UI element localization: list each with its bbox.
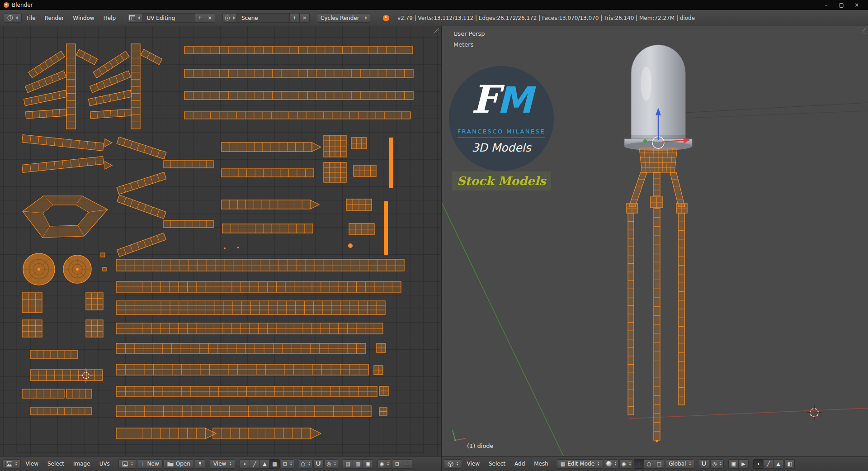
stepper-arrows-icon: ▴▾ xyxy=(615,461,617,466)
object-info-overlay: (1) diode xyxy=(467,442,494,449)
render-anim-icon: ▶ xyxy=(741,461,745,466)
uv-menu-image[interactable]: Image xyxy=(69,459,94,469)
add-scene-button[interactable]: + xyxy=(289,13,300,23)
render-slot-button[interactable]: ⊞ xyxy=(392,459,402,469)
uv-menu-view[interactable]: View xyxy=(22,459,42,469)
viewport-menu-view[interactable]: View xyxy=(463,459,484,469)
delete-screen-layout-button[interactable]: × xyxy=(205,13,215,23)
delete-scene-button[interactable]: × xyxy=(299,13,310,23)
uv-vertex-select-button[interactable]: ∙ xyxy=(240,459,250,469)
translate-icon: + xyxy=(637,461,641,466)
edge-select-mode-button[interactable]: ╱ xyxy=(763,459,774,469)
uv-face-select-button[interactable]: ▲ xyxy=(259,459,270,469)
interaction-mode-dropdown[interactable]: ▦ Edit Mode ▴▾ xyxy=(557,459,603,469)
viewport-3d-header: ▴▾ View Select Add Mesh ▦ Edit Mode ▴▾ ▴… xyxy=(442,456,868,471)
uv-image-editor: ▴▾ View Select Image UVs ▴▾ + New Open xyxy=(0,26,441,471)
edge-icon: ╱ xyxy=(767,461,770,466)
occlude-geometry-toggle[interactable]: ◧ xyxy=(784,459,795,469)
plus-icon: + xyxy=(141,461,145,466)
image-datablock-browse[interactable]: ▴▾ xyxy=(118,459,137,469)
vertex-select-mode-button[interactable]: ∙ xyxy=(753,459,764,469)
uv-stretch-display-button[interactable]: ▣ xyxy=(363,459,373,469)
menu-help[interactable]: Help xyxy=(99,13,120,23)
uv-editor-type-dropdown[interactable]: ▴▾ xyxy=(2,459,21,469)
sticky-selection-icon: ⊞ xyxy=(283,461,287,466)
snap-target-dropdown[interactable]: ◎▴▾ xyxy=(325,459,338,469)
image-open-button[interactable]: Open xyxy=(164,459,194,469)
face-select-mode-button[interactable]: ▲ xyxy=(773,459,783,469)
image-new-button[interactable]: + New xyxy=(137,459,162,469)
tile-grid-icon: ▥ xyxy=(355,461,360,466)
render-engine-dropdown[interactable]: Cycles Render ▴▾ xyxy=(317,13,370,23)
uv-draw-type-button[interactable]: ▤ xyxy=(343,459,353,469)
viewport-3d-canvas[interactable]: User Persp Meters (1) diode FM FRANCESCO… xyxy=(442,26,868,457)
uv-display-group: ▤ ▥ ▣ xyxy=(343,459,373,469)
stepper-arrows-icon: ▴▾ xyxy=(457,461,458,466)
scene-icon xyxy=(225,15,230,21)
uv-select-mode-group: ∙ ╱ ▲ ▦ xyxy=(240,459,280,469)
pivot-icon: ◉ xyxy=(380,461,384,466)
uv-menu-select[interactable]: Select xyxy=(43,459,68,469)
menu-window[interactable]: Window xyxy=(69,13,98,23)
sticky-selection-dropdown[interactable]: ⊞▴▾ xyxy=(281,459,294,469)
viewport-menu-select[interactable]: Select xyxy=(485,459,509,469)
unit-system-overlay: Meters xyxy=(453,41,473,48)
uv-menu-uvs[interactable]: UVs xyxy=(95,459,114,469)
uv-pivot-dropdown[interactable]: ◉▴▾ xyxy=(377,459,391,469)
screen-layout-browse-button[interactable]: ▴▾ xyxy=(127,13,142,23)
new-button-label: New xyxy=(147,461,159,467)
cube-editor-icon xyxy=(448,461,453,467)
snap-element-dropdown[interactable]: ◎▴▾ xyxy=(710,459,724,469)
viewport-menu-mesh[interactable]: Mesh xyxy=(530,459,552,469)
pin-image-button[interactable] xyxy=(195,459,205,469)
uv-mode-dropdown[interactable]: View ▴▾ xyxy=(210,459,235,469)
blender-logo-icon xyxy=(383,15,389,21)
info-editor-type-dropdown[interactable]: ▴▾ xyxy=(4,13,22,23)
menu-render[interactable]: Render xyxy=(41,13,68,23)
snap-toggle-button[interactable] xyxy=(313,459,324,469)
window-titlebar[interactable]: Blender – ▢ × xyxy=(0,0,868,10)
render-engine-value: Cycles Render xyxy=(321,15,359,21)
translate-manipulator-button[interactable]: + xyxy=(634,459,644,469)
rotate-manipulator-button[interactable]: ○ xyxy=(644,459,654,469)
uv-edge-select-button[interactable]: ╱ xyxy=(250,459,260,469)
viewport-menu-add[interactable]: Add xyxy=(510,459,529,469)
transform-orientation-dropdown[interactable]: Global ▴▾ xyxy=(665,459,694,469)
viewport-editor-type-dropdown[interactable]: ▴▾ xyxy=(444,459,462,469)
vertex-icon: ∙ xyxy=(757,461,760,466)
uv-tile-grid-button[interactable]: ▥ xyxy=(353,459,363,469)
uv-island-select-button[interactable]: ▦ xyxy=(269,459,280,469)
snap-toggle-button-3d[interactable] xyxy=(699,459,709,469)
window-title: Blender xyxy=(12,2,33,8)
uv-canvas[interactable] xyxy=(0,26,441,457)
window-controls: – ▢ × xyxy=(818,2,864,8)
pivot-point-dropdown[interactable]: ◉▴▾ xyxy=(619,459,633,469)
header-collapse-button[interactable]: ≡ xyxy=(402,459,412,469)
pin-icon xyxy=(198,461,203,466)
fm-logo-letter-f: F xyxy=(471,77,497,122)
close-button[interactable]: × xyxy=(849,2,864,8)
opengl-render-anim-button[interactable]: ▶ xyxy=(738,459,749,469)
fm-logo-letter-m: M xyxy=(497,79,532,121)
stepper-arrows-icon: ▴▾ xyxy=(387,461,389,466)
screen-layout-name[interactable]: UV Editing xyxy=(142,13,195,23)
add-screen-layout-button[interactable]: + xyxy=(195,13,205,23)
region-corner-widget[interactable] xyxy=(433,27,439,34)
scene-browse-button[interactable]: ▴▾ xyxy=(222,13,237,23)
opengl-render-still-button[interactable]: ▣ xyxy=(728,459,739,469)
info-header: ▴▾ File Render Window Help ▴▾ UV Editing… xyxy=(0,10,868,26)
info-icon xyxy=(7,15,13,21)
scene-name[interactable]: Scene xyxy=(236,13,290,23)
minimize-button[interactable]: – xyxy=(818,2,834,8)
proportional-edit-dropdown[interactable]: ○▴▾ xyxy=(299,459,312,469)
menu-file[interactable]: File xyxy=(23,13,40,23)
viewport-shading-dropdown[interactable]: ▴▾ xyxy=(604,459,619,469)
region-corner-widget[interactable] xyxy=(860,27,867,34)
plus-icon: + xyxy=(292,15,297,20)
orientation-value: Global xyxy=(669,461,686,467)
maximize-button[interactable]: ▢ xyxy=(834,2,849,8)
render-still-icon: ▣ xyxy=(731,461,736,466)
proportional-circle-icon: ○ xyxy=(301,461,306,466)
render-slot-icon: ⊞ xyxy=(395,461,399,466)
scale-manipulator-button[interactable]: □ xyxy=(654,459,664,469)
